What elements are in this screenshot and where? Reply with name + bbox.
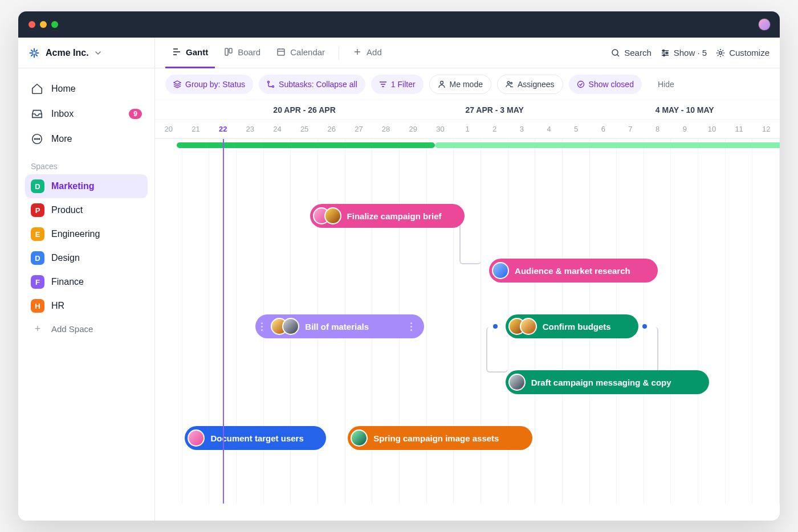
filter-chip[interactable]: 1 Filter	[371, 75, 424, 94]
customize-label: Customize	[729, 48, 769, 58]
home-icon	[31, 83, 43, 95]
profile-avatar[interactable]	[758, 18, 771, 31]
svg-point-11	[719, 51, 722, 54]
sidebar-space-finance[interactable]: FFinance	[25, 270, 148, 294]
search-icon	[611, 48, 620, 58]
show-button[interactable]: Show · 5	[661, 48, 707, 58]
svg-point-14	[440, 81, 443, 84]
task-title: Document target users	[210, 433, 303, 443]
person-icon	[438, 80, 446, 88]
day-column: 5	[563, 120, 590, 138]
svg-point-17	[577, 81, 584, 87]
svg-point-12	[268, 81, 270, 83]
day-column: 8	[644, 120, 671, 138]
close-window-button[interactable]	[28, 21, 35, 28]
nav-label: Home	[51, 84, 76, 94]
gantt-area: 20 APR - 26 APR 27 APR - 3 MAY 4 MAY - 1…	[155, 100, 780, 521]
task-assignees	[188, 429, 205, 447]
nav-more[interactable]: More	[25, 128, 148, 150]
sidebar-space-hr[interactable]: HHR	[25, 294, 148, 318]
svg-point-10	[663, 54, 665, 56]
group-by-chip[interactable]: Group by: Status	[165, 75, 253, 94]
task-assignees	[271, 318, 299, 335]
customize-button[interactable]: Customize	[716, 48, 769, 58]
day-column: 7	[617, 120, 644, 138]
svg-point-16	[510, 82, 512, 84]
nav-label: Inbox	[51, 109, 74, 119]
task-draft-messaging[interactable]: Draft campaign messaging & copy	[506, 370, 709, 394]
task-finalize-campaign-brief[interactable]: Finalize campaign brief	[310, 204, 465, 228]
chip-label: Subtasks: Collapse all	[279, 80, 357, 89]
add-space-button[interactable]: + Add Space	[25, 318, 148, 340]
gantt-icon	[172, 47, 181, 56]
sidebar: Acme Inc. Home Inbox 9 More Spaces	[18, 38, 155, 521]
sidebar-space-design[interactable]: DDesign	[25, 246, 148, 270]
tab-label: Add	[367, 47, 382, 57]
minimize-window-button[interactable]	[40, 21, 47, 28]
sidebar-space-marketing[interactable]: DMarketing	[25, 174, 148, 198]
drag-handle-icon[interactable]	[258, 322, 265, 331]
svg-point-8	[662, 50, 664, 51]
space-label: Marketing	[51, 181, 95, 191]
window-controls	[28, 21, 58, 28]
gantt-body[interactable]: TODAY Finalize campaign brief	[155, 139, 780, 504]
maximize-window-button[interactable]	[51, 21, 58, 28]
sidebar-space-engineering[interactable]: EEngineering	[25, 222, 148, 246]
chip-label: Me mode	[450, 80, 483, 89]
subtasks-chip[interactable]: Subtasks: Collapse all	[259, 75, 365, 94]
day-column: 11	[726, 120, 753, 138]
me-mode-chip[interactable]: Me mode	[429, 75, 491, 94]
nav-inbox[interactable]: Inbox 9	[25, 103, 148, 125]
task-assignees	[508, 318, 537, 335]
task-title: Bill of materials	[305, 322, 369, 332]
day-column: 23	[237, 120, 264, 138]
day-column: 10	[698, 120, 726, 138]
tab-add-view[interactable]: Add	[346, 38, 389, 68]
timeline-summary-bar	[177, 142, 435, 148]
task-spring-campaign-assets[interactable]: Spring campaign image assets	[348, 426, 532, 450]
day-column: 6	[590, 120, 617, 138]
nav-home[interactable]: Home	[25, 77, 148, 100]
inbox-icon	[31, 108, 43, 120]
subtask-icon	[267, 80, 275, 88]
day-column: 30	[427, 120, 454, 138]
tab-label: Gantt	[186, 47, 208, 57]
day-column: 20	[155, 120, 182, 138]
space-label: HR	[51, 301, 64, 311]
titlebar	[18, 11, 780, 38]
task-confirm-budgets[interactable]: Confirm budgets	[506, 314, 638, 338]
day-column: 1	[454, 120, 481, 138]
tab-gantt[interactable]: Gantt	[165, 38, 215, 68]
task-bill-of-materials[interactable]: Bill of materials	[255, 314, 424, 338]
tab-calendar[interactable]: Calendar	[270, 38, 332, 68]
tab-board[interactable]: Board	[217, 38, 267, 68]
svg-point-7	[612, 50, 618, 55]
space-label: Engineering	[51, 229, 100, 239]
search-button[interactable]: Search	[611, 48, 652, 58]
day-column: 21	[182, 120, 210, 138]
space-label: Finance	[51, 277, 84, 287]
task-assignees	[508, 374, 526, 391]
show-label: Show · 5	[674, 48, 707, 58]
task-title: Confirm budgets	[543, 322, 611, 332]
hide-button[interactable]: Hide	[652, 80, 680, 89]
svg-rect-4	[225, 48, 228, 55]
day-column: 29	[400, 120, 427, 138]
chip-label: Assignees	[518, 80, 555, 89]
workspace-switcher[interactable]: Acme Inc.	[18, 38, 154, 68]
board-icon	[224, 47, 233, 56]
task-title: Finalize campaign brief	[347, 211, 442, 221]
task-document-target-users[interactable]: Document target users	[185, 426, 326, 450]
show-closed-chip[interactable]: Show closed	[569, 75, 642, 94]
sidebar-space-product[interactable]: PProduct	[25, 198, 148, 222]
day-headers: 2021222324252627282930123456789101112	[155, 120, 780, 139]
chip-label: Show closed	[589, 80, 634, 89]
svg-point-2	[36, 138, 38, 140]
timeline-summary-bar	[435, 142, 780, 148]
day-column: 28	[372, 120, 400, 138]
drag-handle-icon[interactable]	[408, 322, 415, 331]
assignees-chip[interactable]: Assignees	[497, 75, 563, 94]
task-audience-research[interactable]: Audience & market research	[489, 259, 657, 283]
view-tabs: Gantt Board Calendar Add	[155, 38, 780, 68]
task-title: Draft campaign messaging & copy	[531, 378, 671, 387]
